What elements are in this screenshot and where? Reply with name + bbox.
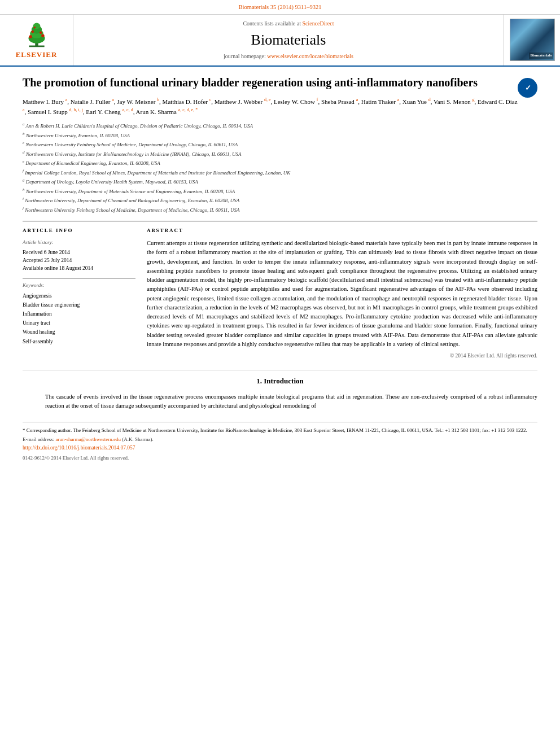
homepage-prefix: journal homepage: <box>224 53 267 59</box>
email-suffix: (A.K. Sharma). <box>122 436 154 442</box>
article-info-column: ARTICLE INFO Article history: Received 6… <box>23 227 135 360</box>
keyword-3: Inflammation <box>23 309 135 318</box>
email-label: E-mail address: <box>23 436 54 442</box>
doi-link[interactable]: http://dx.doi.org/10.1016/j.biomaterials… <box>23 445 135 451</box>
email-footnote: E-mail address: arun-sharma@northwestern… <box>23 436 537 443</box>
affil-a: a Ann & Robert H. Lurie Children's Hospi… <box>23 121 537 130</box>
affil-e: e Department of Biomedical Engineering, … <box>23 159 537 168</box>
abstract-header: ABSTRACT <box>147 227 537 234</box>
keyword-6: Self-assembly <box>23 337 135 346</box>
journal-title: Biomaterials <box>251 30 326 50</box>
crossmark-badge-container[interactable]: ✓ <box>518 78 537 98</box>
cover-label: Biomaterials <box>529 53 553 59</box>
divider <box>23 221 537 221</box>
issn-line: 0142-9612/© 2014 Elsevier Ltd. All right… <box>23 455 537 462</box>
keyword-1: Angiogenesis <box>23 291 135 300</box>
article-title: The promotion of functional urinary blad… <box>23 75 485 90</box>
cover-image-section: Biomaterials <box>504 15 560 65</box>
journal-info-center: Contents lists available at ScienceDirec… <box>73 15 504 65</box>
keywords-section: Keywords: Angiogenesis Bladder tissue en… <box>23 282 135 346</box>
corresponding-author-text: The Feinberg School of Medicine at North… <box>73 427 527 433</box>
citation-text: Biomaterials 35 (2014) 9311–9321 <box>239 4 322 10</box>
footer-section: * Corresponding author. The Feinberg Sch… <box>23 422 537 461</box>
available-date: Available online 18 August 2014 <box>23 264 135 272</box>
keyword-4: Urinary tract <box>23 318 135 327</box>
journal-homepage: journal homepage: www.elsevier.com/locat… <box>224 53 353 60</box>
abstract-text: Current attempts at tissue regeneration … <box>147 239 537 349</box>
crossmark-icon[interactable]: ✓ <box>518 78 537 98</box>
intro-section-title: Introduction <box>264 377 304 385</box>
svg-point-6 <box>29 35 32 38</box>
homepage-url[interactable]: www.elsevier.com/locate/biomaterials <box>267 53 353 59</box>
affil-b: b Northwestern University, Evanston, IL … <box>23 131 537 140</box>
citation-bar: Biomaterials 35 (2014) 9311–9321 <box>0 0 560 15</box>
copyright: © 2014 Elsevier Ltd. All rights reserved… <box>147 352 537 360</box>
affil-d: d Northwestern University, Institute for… <box>23 150 537 159</box>
sciencedirect-link[interactable]: ScienceDirect <box>302 20 334 27</box>
intro-text: The cascade of events involved in the ti… <box>45 392 537 411</box>
two-col-section: ARTICLE INFO Article history: Received 6… <box>23 227 537 360</box>
intro-heading: 1. Introduction <box>23 376 537 386</box>
elsevier-label: ELSEVIER <box>16 50 58 60</box>
journal-header: ELSEVIER Contents lists available at Sci… <box>0 15 560 67</box>
accepted-date: Accepted 25 July 2014 <box>23 256 135 264</box>
svg-point-9 <box>40 31 42 34</box>
article-content: ✓ The promotion of functional urinary bl… <box>0 67 560 470</box>
journal-cover: Biomaterials <box>510 19 555 61</box>
svg-point-8 <box>31 30 34 33</box>
article-history: Article history: Received 6 June 2014 Ac… <box>23 239 135 272</box>
authors-line: Matthew I. Bury a, Natalie J. Fuller a, … <box>23 97 537 117</box>
corresponding-author-note: * Corresponding author. The Feinberg Sch… <box>23 427 537 434</box>
keywords-label: Keywords: <box>23 282 135 289</box>
affil-g: g Department of Urology, Loyola Universi… <box>23 177 537 186</box>
keywords-divider <box>23 278 135 278</box>
affiliations: a Ann & Robert H. Lurie Children's Hospi… <box>23 121 537 214</box>
keyword-2: Bladder tissue engineering <box>23 300 135 309</box>
crossmark-svg: ✓ <box>522 81 534 94</box>
corresponding-author-label: * Corresponding author. <box>23 427 72 433</box>
received-date: Received 6 June 2014 <box>23 248 135 256</box>
affil-i: i Northwestern University, Department of… <box>23 196 537 205</box>
doi-line: http://dx.doi.org/10.1016/j.biomaterials… <box>23 444 537 452</box>
svg-point-7 <box>41 34 44 37</box>
intro-section-num: 1. <box>256 377 262 385</box>
affil-f: f Imperial College London, Royal School … <box>23 168 537 177</box>
keyword-5: Wound healing <box>23 327 135 337</box>
elsevier-logo-section: ELSEVIER <box>0 15 73 65</box>
introduction-section: 1. Introduction The cascade of events in… <box>23 370 537 410</box>
history-label: Article history: <box>23 239 135 246</box>
affil-h: h Northwestern University, Department of… <box>23 187 537 196</box>
article-info-header: ARTICLE INFO <box>23 227 135 234</box>
abstract-column: ABSTRACT Current attempts at tissue rege… <box>147 227 537 360</box>
elsevier-logo: ELSEVIER <box>16 20 58 60</box>
svg-point-10 <box>33 27 36 29</box>
svg-text:✓: ✓ <box>524 84 531 92</box>
affil-j: j Northwestern University Feinberg Schoo… <box>23 206 537 215</box>
sciencedirect-line: Contents lists available at ScienceDirec… <box>243 20 334 28</box>
affil-c: c Northwestern University Feinberg Schoo… <box>23 140 537 149</box>
sciencedirect-prefix: Contents lists available at <box>243 20 302 27</box>
keywords-list: Angiogenesis Bladder tissue engineering … <box>23 291 135 346</box>
author-email[interactable]: arun-sharma@northwestern.edu <box>55 436 121 442</box>
svg-rect-1 <box>29 45 44 47</box>
elsevier-tree-icon <box>20 20 54 49</box>
